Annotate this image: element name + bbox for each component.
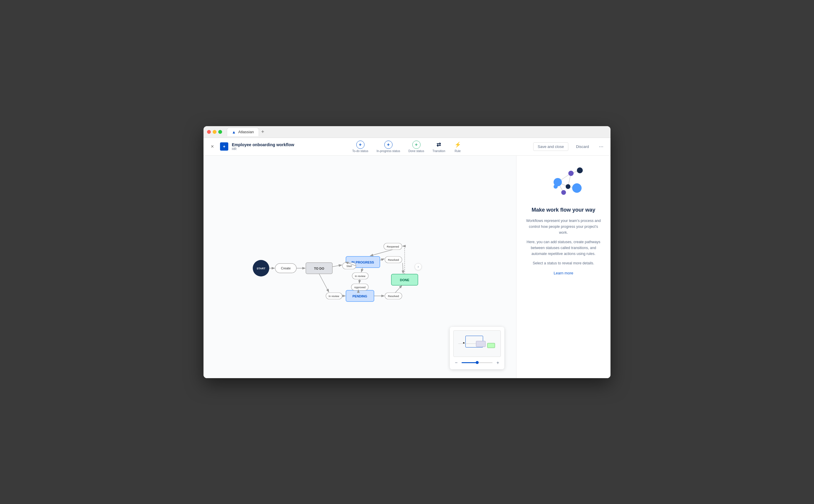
resolved1-label: Resolved <box>388 258 399 261</box>
approved-label: Approved <box>354 286 366 289</box>
inprogress-status-icon: + <box>384 141 392 149</box>
toolbar: × + Employee onboarding workflow HR + To… <box>203 138 611 156</box>
zoom-in-button[interactable]: + <box>495 360 501 366</box>
todo-label: TO DO <box>314 267 324 270</box>
main-content: START Create TO DO IN PROGRESS PENDING <box>203 156 611 378</box>
inprogress-status-button[interactable]: + In-progress status <box>376 141 400 153</box>
browser-tab[interactable]: ▲ Atlassian <box>227 128 259 136</box>
svg-point-17 <box>554 185 558 189</box>
arrow-todo-inreview2 <box>319 274 329 292</box>
transition-label: Transition <box>433 149 445 153</box>
tab-title: Atlassian <box>238 130 254 134</box>
arrow-todo-start <box>332 265 342 267</box>
rule-button[interactable]: ⚡ Rule <box>454 141 462 153</box>
inreview2-label: In review <box>328 295 339 298</box>
discard-button[interactable]: Discard <box>572 143 593 151</box>
close-traffic-light[interactable] <box>207 130 211 134</box>
inprogress-status-label: In-progress status <box>376 149 400 153</box>
sidebar-desc1: Workflows represent your team's process … <box>525 218 602 235</box>
rule-label: Rule <box>455 149 461 153</box>
traffic-lights <box>207 130 222 134</box>
svg-point-16 <box>561 190 566 195</box>
svg-rect-4 <box>487 343 495 348</box>
start-label: START <box>257 267 266 270</box>
done-status-label: Done status <box>409 149 424 153</box>
minimize-traffic-light[interactable] <box>213 130 216 134</box>
arrow-resolved1-done <box>402 263 403 274</box>
maximize-traffic-light[interactable] <box>218 130 222 134</box>
done-status-button[interactable]: + Done status <box>409 141 424 153</box>
arrow-inprogress-resolved1 <box>380 259 384 260</box>
svg-point-15 <box>572 183 582 193</box>
close-button[interactable]: × <box>208 142 216 151</box>
atlassian-logo-icon: ▲ <box>232 130 236 134</box>
arrow-reopened-inprogress <box>370 250 392 256</box>
workflow-info: Employee onboarding workflow HR <box>232 142 294 151</box>
zoom-out-button[interactable]: − <box>453 360 459 366</box>
svg-rect-3 <box>476 341 486 347</box>
arrow-inprogress-inreview <box>361 268 363 272</box>
app-content: × + Employee onboarding workflow HR + To… <box>203 138 611 378</box>
transition-icon: ⇄ <box>435 141 443 149</box>
minimap: − + <box>450 327 504 369</box>
more-options-button[interactable]: ··· <box>597 142 606 151</box>
done-status-icon: + <box>412 141 421 149</box>
create-label: Create <box>281 266 291 270</box>
workflow-icon: + <box>220 142 228 151</box>
todo-status-icon: + <box>356 141 364 149</box>
save-close-button[interactable]: Save and close <box>533 142 568 151</box>
learn-more-link[interactable]: Learn more <box>554 271 573 275</box>
reopened-label: Reopened <box>386 245 399 248</box>
zoom-thumb <box>476 361 479 364</box>
illustration-svg <box>542 164 586 200</box>
zoom-slider[interactable] <box>462 362 493 363</box>
svg-point-13 <box>568 171 574 176</box>
minimap-lines <box>454 331 501 357</box>
toolbar-left: × + Employee onboarding workflow HR <box>208 142 352 151</box>
resolved2-label: Resolved <box>388 295 399 298</box>
start-transition-label: Start <box>346 265 352 268</box>
todo-status-button[interactable]: + To-do status <box>352 141 368 153</box>
toolbar-center: + To-do status + In-progress status + Do… <box>352 141 462 153</box>
inreview1-label: In review <box>355 275 366 278</box>
workflow-canvas[interactable]: START Create TO DO IN PROGRESS PENDING <box>203 156 516 378</box>
sidebar-desc3: Select a status to reveal more details. <box>533 260 594 266</box>
sidebar-desc2: Here, you can add statuses, create pathw… <box>525 239 602 257</box>
transition-button[interactable]: ⇄ Transition <box>433 141 445 153</box>
toolbar-right: Save and close Discard ··· <box>462 142 606 151</box>
diagram-svg: START Create TO DO IN PROGRESS PENDING <box>243 211 426 323</box>
workflow-sub: HR <box>232 147 294 151</box>
workflow-illustration <box>542 164 586 200</box>
titlebar: ▲ Atlassian + <box>203 126 611 138</box>
minimap-preview <box>453 330 501 357</box>
sidebar-toggle-button[interactable]: › <box>415 263 422 270</box>
app-window: ▲ Atlassian + × + Employee onboarding wo… <box>203 126 611 378</box>
sidebar-title: Make work flow your way <box>532 207 595 213</box>
info-sidebar: Make work flow your way Workflows repres… <box>516 156 611 378</box>
done-label: DONE <box>400 278 410 282</box>
todo-status-label: To-do status <box>352 149 368 153</box>
rule-icon: ⚡ <box>454 141 462 149</box>
workflow-title: Employee onboarding workflow <box>232 142 294 147</box>
arrow-inreview-approved <box>359 279 360 283</box>
arrow-resolved2-done <box>395 285 402 293</box>
pending-label: PENDING <box>352 294 367 298</box>
minimap-zoom-controls: − + <box>453 360 501 366</box>
svg-point-12 <box>577 167 583 173</box>
svg-point-14 <box>566 184 570 189</box>
new-tab-button[interactable]: + <box>261 129 264 135</box>
workflow-diagram: START Create TO DO IN PROGRESS PENDING <box>243 211 426 323</box>
